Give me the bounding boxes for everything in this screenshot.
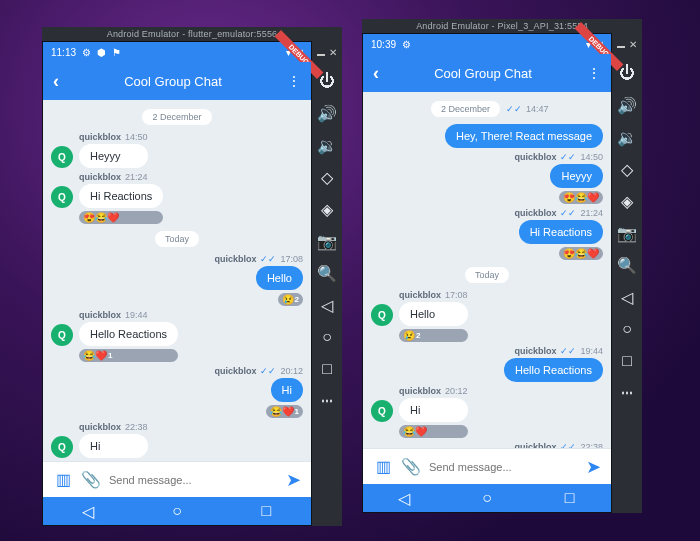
reaction-badge[interactable]: 😍😂❤️	[79, 211, 163, 224]
minimize-icon[interactable]	[617, 46, 625, 48]
android-navbar: ◁ ○ □	[363, 484, 611, 512]
avatar[interactable]: Q	[51, 436, 73, 458]
nav-home-icon[interactable]: ○	[480, 491, 494, 505]
sender-name: quickblox	[514, 208, 556, 218]
reaction-badge[interactable]: 😢2	[399, 329, 468, 342]
message-row[interactable]: Q quickblox17:08 Hello 😢2	[371, 290, 603, 342]
nav-recent-icon[interactable]: □	[563, 491, 577, 505]
message-bubble[interactable]: Hi Reactions	[519, 220, 603, 244]
reaction-badge[interactable]: 😂❤️1	[266, 405, 303, 418]
message-input[interactable]	[429, 461, 578, 473]
phone-screen: DEBUG 10:39 ⚙ ▾ ◢ ‹ Cool Group Chat ⋮ 2 …	[362, 33, 612, 513]
volume-down-icon[interactable]: 🔉	[318, 136, 336, 154]
message-row[interactable]: Q quickblox14:50 Heyyy	[51, 132, 303, 168]
nav-recent-icon[interactable]: □	[259, 504, 273, 518]
message-bubble[interactable]: Hi	[79, 434, 148, 458]
more-button[interactable]: ⋮	[587, 65, 601, 81]
more-button[interactable]: ⋮	[287, 73, 301, 89]
chat-scroll[interactable]: 2 December Q quickblox14:50 Heyyy Q quic…	[43, 100, 311, 461]
reaction-badge[interactable]: 😍😂❤️	[559, 247, 603, 260]
message-row[interactable]: quickblox✓✓21:24 Hi Reactions 😍😂❤️	[371, 208, 603, 260]
camera-icon[interactable]: 📷	[618, 224, 636, 242]
message-bubble[interactable]: Heyyy	[79, 144, 148, 168]
date-separator: Today	[155, 231, 199, 247]
message-bubble[interactable]: Hi	[271, 378, 303, 402]
status-time: 11:13	[51, 47, 76, 58]
message-row[interactable]: quickblox✓✓17:08 Hello 😢2	[51, 254, 303, 306]
rotate-right-icon[interactable]: ◈	[318, 200, 336, 218]
gear-icon: ⚙	[82, 47, 91, 58]
read-ticks-icon: ✓✓	[560, 208, 576, 218]
sender-name: quickblox	[514, 152, 556, 162]
reaction-badge[interactable]: 😂❤️1	[79, 349, 178, 362]
debug-icon: ⬢	[97, 47, 106, 58]
flag-icon: ⚑	[112, 47, 121, 58]
send-button[interactable]: ➤	[286, 469, 301, 491]
close-icon[interactable]: ✕	[329, 47, 337, 58]
rotate-right-icon[interactable]: ◈	[618, 192, 636, 210]
message-bubble[interactable]: Hello Reactions	[504, 358, 603, 382]
message-row[interactable]: Q quickblox20:12 Hi 😂❤️	[371, 386, 603, 438]
message-bubble[interactable]: Hello	[256, 266, 303, 290]
message-input[interactable]	[109, 474, 278, 486]
status-bar: 11:13 ⚙ ⬢ ⚑ ▾ ◢	[43, 42, 311, 62]
volume-up-icon[interactable]: 🔊	[618, 96, 636, 114]
stickers-icon[interactable]: ▥	[373, 457, 393, 477]
zoom-icon[interactable]: 🔍	[618, 256, 636, 274]
message-row[interactable]: quickblox✓✓19:44 Hello Reactions	[371, 346, 603, 382]
chat-title: Cool Group Chat	[59, 74, 287, 89]
message-row[interactable]: quickblox✓✓22:38 Hi 😢2	[371, 442, 603, 448]
app-bar: ‹ Cool Group Chat ⋮	[43, 62, 311, 100]
more-icon[interactable]: ⋯	[321, 394, 334, 408]
overview-icon[interactable]: □	[618, 352, 636, 370]
more-icon[interactable]: ⋯	[621, 386, 634, 400]
avatar[interactable]: Q	[51, 186, 73, 208]
chat-title: Cool Group Chat	[379, 66, 587, 81]
avatar[interactable]: Q	[371, 400, 393, 422]
camera-icon[interactable]: 📷	[318, 232, 336, 250]
nav-back-icon[interactable]: ◁	[81, 504, 95, 518]
minimize-icon[interactable]	[317, 54, 325, 56]
rotate-left-icon[interactable]: ◇	[618, 160, 636, 178]
nav-back-icon[interactable]: ◁	[397, 491, 411, 505]
attach-icon[interactable]: 📎	[401, 457, 421, 477]
send-button[interactable]: ➤	[586, 456, 601, 478]
home-icon[interactable]: ○	[618, 320, 636, 338]
message-row[interactable]: Q quickblox19:44 Hello Reactions 😂❤️1	[51, 310, 303, 362]
read-ticks-icon: ✓✓	[560, 442, 576, 448]
stickers-icon[interactable]: ▥	[53, 470, 73, 490]
overview-icon[interactable]: □	[318, 360, 336, 378]
message-row[interactable]: quickblox✓✓14:50 Heyyy 😍😂❤️	[371, 152, 603, 204]
volume-down-icon[interactable]: 🔉	[618, 128, 636, 146]
nav-home-icon[interactable]: ○	[170, 504, 184, 518]
reaction-badge[interactable]: 😢2	[278, 293, 303, 306]
sender-name: quickblox	[79, 172, 121, 182]
avatar[interactable]: Q	[371, 304, 393, 326]
message-row[interactable]: Q quickblox22:38 Hi	[51, 422, 303, 458]
reaction-badge[interactable]: 😂❤️	[399, 425, 468, 438]
reaction-badge[interactable]: 😍😂❤️	[559, 191, 603, 204]
close-icon[interactable]: ✕	[629, 39, 637, 50]
message-bubble[interactable]: Hi Reactions	[79, 184, 163, 208]
back-icon[interactable]: ◁	[318, 296, 336, 314]
read-ticks-icon: ✓✓	[560, 346, 576, 356]
rotate-left-icon[interactable]: ◇	[318, 168, 336, 186]
attach-icon[interactable]: 📎	[81, 470, 101, 490]
volume-up-icon[interactable]: 🔊	[318, 104, 336, 122]
read-ticks-icon: ✓✓	[260, 254, 276, 264]
msg-time: 21:24	[580, 208, 603, 218]
message-row[interactable]: Q quickblox21:24 Hi Reactions 😍😂❤️	[51, 172, 303, 224]
home-icon[interactable]: ○	[318, 328, 336, 346]
message-bubble[interactable]: Heyyy	[550, 164, 603, 188]
message-row[interactable]: Hey, There! React message	[371, 124, 603, 148]
zoom-icon[interactable]: 🔍	[318, 264, 336, 282]
message-bubble[interactable]: Hi	[399, 398, 468, 422]
message-bubble[interactable]: Hello Reactions	[79, 322, 178, 346]
avatar[interactable]: Q	[51, 146, 73, 168]
message-bubble[interactable]: Hey, There! React message	[445, 124, 603, 148]
message-row[interactable]: quickblox✓✓20:12 Hi 😂❤️1	[51, 366, 303, 418]
message-bubble[interactable]: Hello	[399, 302, 468, 326]
back-icon[interactable]: ◁	[618, 288, 636, 306]
avatar[interactable]: Q	[51, 324, 73, 346]
chat-scroll[interactable]: 2 December ✓✓14:47 Hey, There! React mes…	[363, 92, 611, 448]
